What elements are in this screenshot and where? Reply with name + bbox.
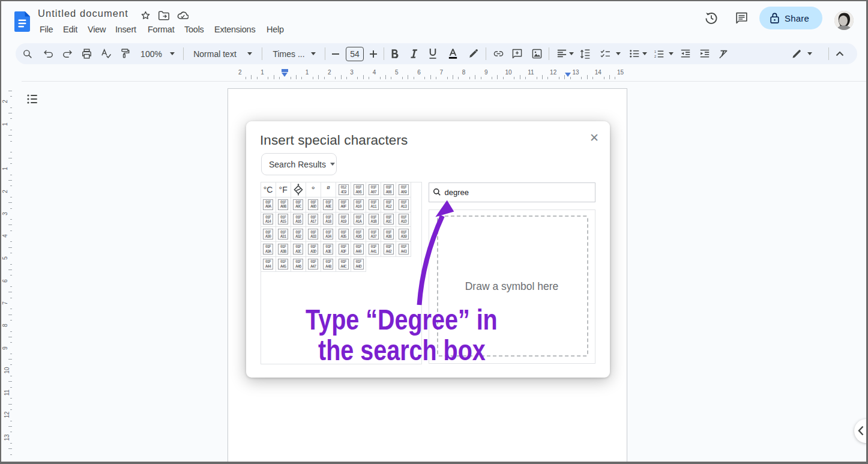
svg-text:1: 1 xyxy=(654,49,656,53)
svg-text:2: 2 xyxy=(654,54,656,58)
